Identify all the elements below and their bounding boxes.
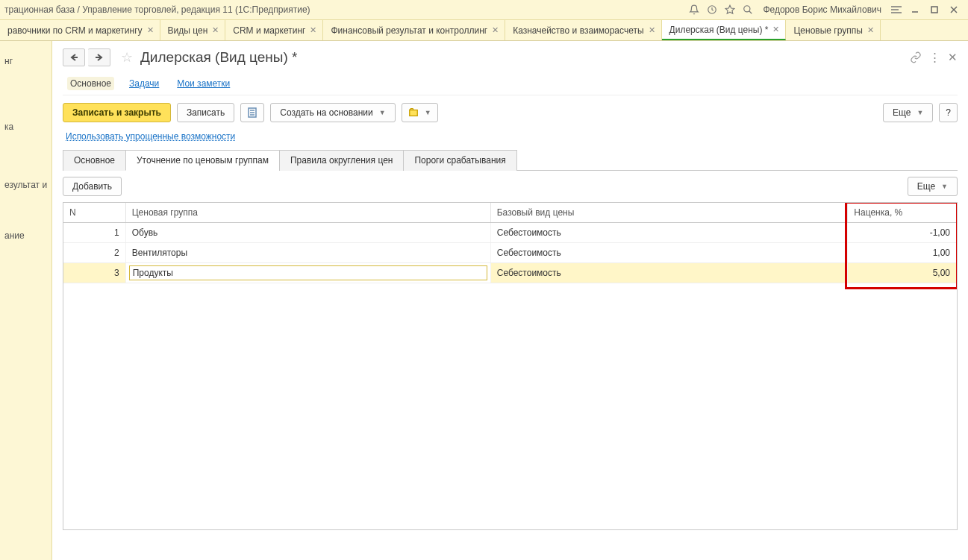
help-button[interactable]: ?	[939, 103, 958, 122]
close-icon[interactable]: ✕	[649, 25, 655, 35]
grid-toolbar: Добавить Еще▼	[63, 171, 958, 202]
nav-forward-button[interactable]	[88, 48, 110, 66]
table-row[interactable]: 2 Вентиляторы Себестоимость 1,00	[63, 243, 957, 263]
sidebar-item[interactable]: ание	[3, 221, 49, 250]
command-bar: Записать и закрыть Записать Создать на о…	[63, 103, 958, 122]
tab-dealer-price-type[interactable]: Дилерская (Вид цены) *✕	[662, 20, 787, 40]
user-name[interactable]: Федоров Борис Михайлович	[757, 4, 887, 15]
favorite-star-icon[interactable]: ☆	[121, 49, 133, 66]
create-based-on-button[interactable]: Создать на основании▼	[270, 103, 395, 122]
save-and-close-button[interactable]: Записать и закрыть	[63, 103, 171, 122]
sidebar: нг ка езультат и ание	[0, 41, 52, 560]
titlebar: трационная база / Управление торговлей, …	[0, 0, 968, 20]
sidebar-item[interactable]: езультат и	[3, 171, 49, 199]
tab-price-groups[interactable]: Ценовые группы✕	[786, 20, 880, 40]
star-icon[interactable]	[721, 1, 739, 18]
bell-icon[interactable]	[685, 1, 703, 18]
tab-financial-result[interactable]: Финансовый результат и контроллинг✕	[323, 20, 505, 40]
link-icon[interactable]	[910, 51, 922, 63]
close-page-icon[interactable]: ✕	[948, 51, 958, 64]
use-simplified-link[interactable]: Использовать упрощенные возможности	[66, 131, 235, 142]
table-header-row: N Ценовая группа Базовый вид цены Наценк…	[63, 203, 957, 223]
form-tab-rounding[interactable]: Правила округления цен	[279, 150, 405, 171]
section-tabs: Основное Задачи Мои заметки	[63, 74, 958, 95]
close-icon[interactable]: ✕	[867, 25, 874, 35]
tab-price-types[interactable]: Виды цен✕	[160, 20, 226, 40]
form-tab-main[interactable]: Основное	[63, 150, 126, 171]
price-group-edit-cell[interactable]: Продукты	[129, 265, 487, 280]
tab-treasury[interactable]: Казначейство и взаиморасчеты✕	[505, 20, 661, 40]
form-tab-price-groups[interactable]: Уточнение по ценовым группам	[125, 150, 280, 171]
form-tabs: Основное Уточнение по ценовым группам Пр…	[63, 149, 958, 171]
report-button[interactable]	[240, 103, 264, 122]
document-tabs: равочники по CRM и маркетингу✕ Виды цен✕…	[0, 20, 968, 41]
section-tab-main[interactable]: Основное	[67, 77, 114, 90]
close-icon[interactable]: ✕	[147, 25, 154, 35]
close-icon[interactable]: ✕	[492, 25, 499, 35]
sidebar-item[interactable]: нг	[3, 47, 49, 75]
close-icon[interactable]: ✕	[772, 25, 779, 34]
search-icon[interactable]	[739, 1, 757, 18]
price-groups-grid[interactable]: N Ценовая группа Базовый вид цены Наценк…	[63, 202, 958, 530]
add-row-button[interactable]: Добавить	[63, 177, 122, 196]
table-row[interactable]: 1 Обувь Себестоимость -1,00	[63, 223, 957, 243]
tab-crm-directories[interactable]: равочники по CRM и маркетингу✕	[0, 20, 160, 40]
tab-crm-marketing[interactable]: CRM и маркетинг✕	[225, 20, 323, 40]
section-tab-notes[interactable]: Мои заметки	[174, 77, 233, 90]
section-tab-tasks[interactable]: Задачи	[126, 77, 162, 90]
nav-back-button[interactable]	[63, 48, 85, 66]
table-row[interactable]: 3 Продукты Себестоимость 5,00	[63, 263, 957, 283]
kebab-icon[interactable]: ⋮	[929, 51, 940, 64]
minimize-button[interactable]	[905, 1, 925, 18]
close-button[interactable]	[944, 1, 964, 18]
col-n[interactable]: N	[63, 203, 125, 223]
sidebar-item[interactable]: ка	[3, 113, 49, 141]
maximize-button[interactable]	[925, 1, 944, 18]
svg-rect-17	[409, 110, 417, 116]
col-price-group[interactable]: Ценовая группа	[125, 203, 490, 223]
svg-rect-8	[931, 7, 937, 13]
svg-marker-1	[726, 5, 735, 13]
close-icon[interactable]: ✕	[310, 25, 316, 35]
page-title: Дилерская (Вид цены) *	[140, 49, 297, 66]
close-icon[interactable]: ✕	[212, 25, 219, 35]
attachments-button[interactable]: ▼	[402, 103, 438, 122]
history-icon[interactable]	[703, 1, 721, 18]
svg-line-3	[749, 11, 752, 14]
save-button[interactable]: Записать	[177, 103, 234, 122]
main-content: ☆ Дилерская (Вид цены) * ⋮ ✕ Основное За…	[52, 41, 968, 560]
menu-icon[interactable]	[887, 1, 905, 18]
form-tab-thresholds[interactable]: Пороги срабатывания	[403, 150, 516, 171]
col-base-price[interactable]: Базовый вид цены	[490, 203, 848, 223]
grid-more-button[interactable]: Еще▼	[908, 177, 958, 196]
more-button[interactable]: Еще▼	[883, 103, 933, 122]
svg-point-2	[744, 6, 750, 12]
app-title: трационная база / Управление торговлей, …	[4, 4, 685, 15]
col-markup[interactable]: Наценка, %	[848, 203, 957, 223]
